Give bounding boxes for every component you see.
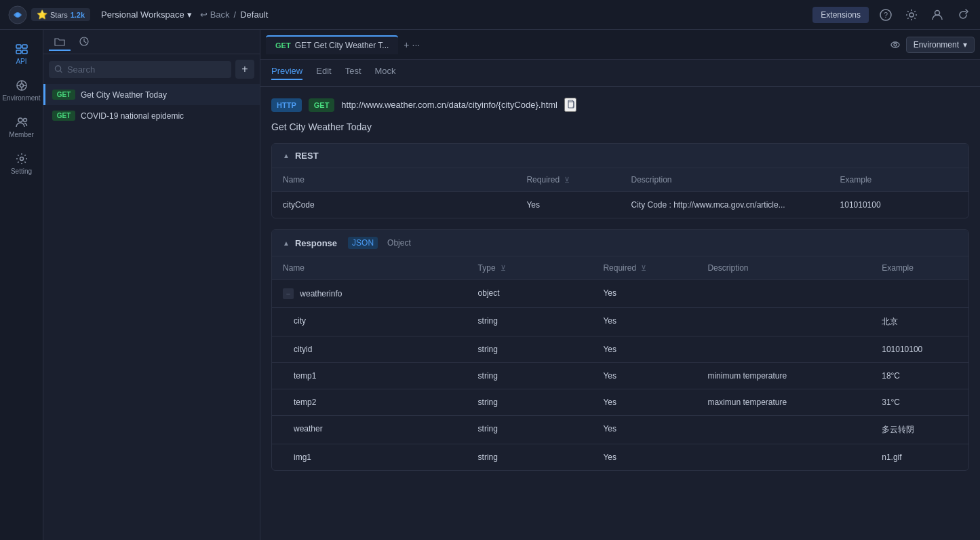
resp-cell-type: string [467,389,593,416]
resp-cell-example: 101010100 [871,336,968,363]
sub-tab-edit[interactable]: Edit [316,66,331,80]
resp-col-description: Description [697,256,871,280]
svg-point-1 [16,13,20,17]
response-section-header: ▲ Response JSON Object [272,230,968,256]
api-item-name-2: COVID-19 national epidemic [81,111,184,121]
user-icon-button[interactable] [928,6,946,24]
http-protocol-badge: HTTP [271,98,302,112]
api-panel: + GET Get City Weather Today GET COVID-1… [43,30,260,540]
rest-col-example: Example [829,168,968,192]
stars-count: 1.2k [71,11,85,19]
resp-cell-required: Yes [592,389,697,416]
resp-cell-type: string [467,416,593,444]
table-row: temp1 string Yes minimum temperature 18°… [272,363,968,389]
rest-collapse-btn[interactable]: ▲ [283,152,290,159]
help-icon-button[interactable]: ? [877,6,895,24]
resp-cell-required: Yes [592,308,697,336]
preview-toggle-button[interactable] [887,37,903,53]
method-label-badge: GET [309,98,335,112]
search-input[interactable] [67,64,226,75]
sidebar-api-label: API [16,58,26,65]
table-row: weather string Yes 多云转阴 [272,416,968,444]
stars-label: Stars [50,11,68,19]
resp-cell-example: 31°C [871,389,968,416]
rest-section: ▲ REST Name Required ⊻ [271,143,969,218]
workspace-selector[interactable]: Persional Workspace ▾ [101,9,192,20]
api-item-1[interactable]: GET Get City Weather Today [43,84,260,105]
main-tab-active[interactable]: GET GET Get City Weather T... [266,35,398,54]
env-selector[interactable]: Environment ▾ [906,37,975,53]
rest-section-title: REST [295,151,319,161]
sub-tab-test[interactable]: Test [345,66,361,80]
resp-cell-name: cityid [272,336,467,363]
new-tab-button[interactable]: + [404,39,409,50]
panel-tab-files[interactable] [49,33,71,51]
content-area: HTTP GET http://www.weather.com.cn/data/… [260,87,980,540]
sub-tab-mock[interactable]: Mock [375,66,396,80]
settings-icon-button[interactable] [903,6,920,24]
resp-cell-description: maximun temperature [697,389,871,416]
sub-tab-preview[interactable]: Preview [271,66,302,80]
resp-cell-name: weather [272,416,467,444]
resp-cell-name: temp2 [272,389,467,416]
resp-cell-description [697,444,871,471]
add-api-button[interactable]: + [235,60,254,79]
sidebar-item-member[interactable]: Member [0,109,43,145]
resp-cell-required: Yes [592,416,697,444]
rest-col-description: Description [620,168,829,192]
response-tab-json[interactable]: JSON [348,237,378,249]
svg-point-17 [23,119,26,122]
main-area: GET GET Get City Weather T... + ··· Envi… [260,30,980,540]
more-tabs-button[interactable]: ··· [412,39,420,50]
resp-cell-example: 多云转阴 [871,416,968,444]
rest-col-required: Required ⊻ [515,168,620,192]
user-icon [931,9,943,21]
panel-tab-history[interactable] [73,33,95,51]
copy-url-button[interactable] [564,98,576,112]
resp-cell-name: city [272,308,467,336]
sidebar-member-label: Member [9,131,34,138]
back-button[interactable]: ↩ Back [200,9,230,20]
sidebar-item-api[interactable]: API [0,35,43,72]
api-list: GET Get City Weather Today GET COVID-19 … [43,84,260,540]
workspace-name: Persional Workspace [101,9,184,20]
resp-cell-type: string [467,336,593,363]
resp-cell-type: string [467,363,593,389]
response-tab-object[interactable]: Object [383,237,415,249]
main-tab-bar: GET GET Get City Weather T... + ··· Envi… [260,30,980,60]
chevron-down-icon: ▾ [187,9,192,20]
rest-section-header: ▲ REST [272,144,968,168]
resp-cell-required: Yes [592,444,697,471]
rest-table: Name Required ⊻ Description Example [272,168,968,218]
svg-rect-9 [22,50,27,54]
resp-cell-description: minimum temperature [697,363,871,389]
history-icon [79,36,90,47]
api-item-2[interactable]: GET COVID-19 national epidemic [43,105,260,126]
extensions-button[interactable]: Extensions [812,7,869,23]
resp-cell-required: Yes [592,280,697,308]
resp-cell-name: temp1 [272,363,467,389]
svg-text:?: ? [884,11,888,19]
svg-rect-6 [16,45,21,48]
svg-point-18 [20,157,23,161]
resp-col-required: Required ⊻ [592,256,697,280]
tab-title: GET Get City Weather T... [295,41,389,50]
rest-cell-name: cityCode [272,192,515,218]
sidebar-item-setting[interactable]: Setting [0,145,43,182]
nav-breadcrumb: ↩ Back / Default [200,9,269,20]
collapse-toggle[interactable]: − [283,288,294,299]
api-title: Get City Weather Today [271,121,969,132]
eye-icon [890,39,901,50]
refresh-icon-button[interactable] [954,6,972,24]
resp-cell-type: string [467,308,593,336]
resp-col-example: Example [871,256,968,280]
stars-badge[interactable]: ⭐ Stars 1.2k [31,8,90,21]
env-chevron-icon: ▾ [963,40,967,50]
env-label: Environment [914,40,959,50]
response-collapse-btn[interactable]: ▲ [283,239,290,247]
table-row: temp2 string Yes maximun temperature 31°… [272,389,968,416]
resp-cell-name: − weatherinfo [272,280,467,308]
resp-cell-example [871,280,968,308]
resp-col-name: Name [272,256,467,280]
sidebar-item-environment[interactable]: Environment [0,72,43,109]
